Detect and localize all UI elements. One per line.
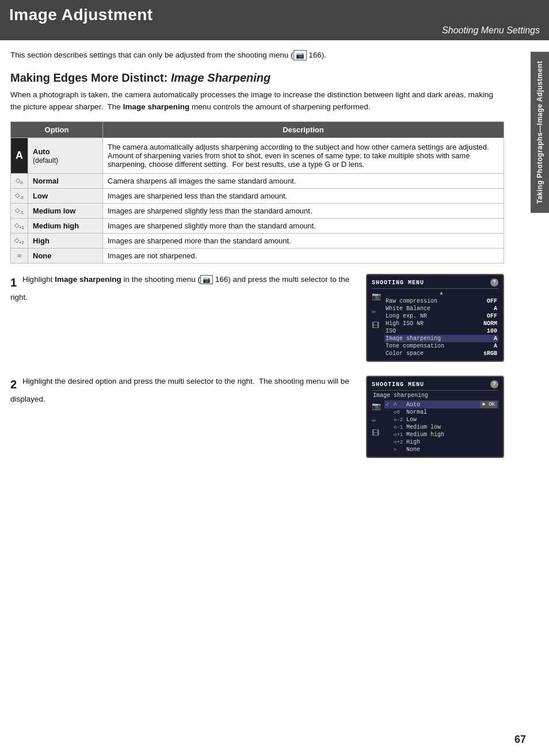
iso-label: ISO [386, 328, 396, 334]
camera-icon-2: 📷 [372, 402, 381, 411]
options-table: Option Description A Auto(default) The c… [10, 121, 504, 264]
wb-value: A [494, 306, 497, 312]
iso-value: 100 [487, 328, 497, 334]
label-low: Low [406, 417, 497, 423]
raw-label: Raw compression [386, 298, 437, 304]
step1-paragraph: 1 Highlight Image sharpening in the shoo… [10, 274, 354, 304]
menu-row-colorspace: Color space sRGB [384, 350, 498, 357]
menu-row-longexp: Long exp. NR OFF [384, 312, 498, 320]
medium-high-description: Images are sharpened slightly more than … [103, 219, 504, 234]
label-medhigh: Medium high [406, 432, 497, 438]
medium-high-option: Medium high [28, 219, 103, 234]
table-row: ◇+2 High Images are sharpened more than … [11, 234, 504, 249]
col-description-header: Description [103, 122, 504, 138]
section-heading: Making Edges More Distinct: Image Sharpe… [10, 71, 504, 85]
menu-row-imgsharp: Image sharpening A [384, 335, 498, 342]
icon-low: ◇-2 [394, 417, 404, 423]
imgsharp-label: Image sharpening [386, 335, 441, 342]
icon-medhigh: ◇+1 [394, 432, 404, 438]
table-row: A Auto(default) The camera automatically… [11, 138, 504, 174]
menu-arrow-up: ▲ [384, 291, 498, 296]
label-none: None [406, 446, 497, 453]
longexp-label: Long exp. NR [386, 313, 427, 319]
longexp-value: OFF [487, 313, 497, 319]
page-title: Image Adjustment [9, 6, 540, 24]
step1-text: 1 Highlight Image sharpening in the shoo… [10, 274, 354, 364]
menu-row-tonecomp: Tone compensation A [384, 342, 498, 350]
col-option-header: Option [11, 122, 103, 138]
normal-icon: ◇0 [11, 174, 28, 189]
table-row: ◇-2 Low Images are sharpened less than t… [11, 189, 504, 204]
film-icon: 🎞 [372, 322, 381, 330]
step1-section: 1 Highlight Image sharpening in the shoo… [10, 274, 504, 364]
table-row: ◇-1 Medium low Images are sharpened slig… [11, 204, 504, 219]
none-option: None [28, 249, 103, 264]
submenu-side-icons: 📷 ✏️ 🎞 [372, 400, 381, 438]
imgsharp-value: A [494, 335, 497, 342]
menu-title-bar-1: SHOOTING MENU ? [372, 278, 498, 289]
auto-description: The camera automatically adjusts sharpen… [103, 138, 504, 174]
menu-row-raw: Raw compression OFF [384, 297, 498, 305]
pencil-icon-2: ✏️ [372, 415, 381, 425]
high-option: High [28, 234, 103, 249]
step1-number: 1 [10, 276, 17, 289]
pencil-icon: ✏️ [372, 307, 381, 316]
submenu-row-high: ◇+2 High [384, 438, 498, 446]
submenu-row-medhigh: ◇+1 Medium high [384, 431, 498, 438]
normal-option: Normal [28, 174, 103, 189]
medium-low-option: Medium low [28, 204, 103, 219]
chapter-tab-text: Taking Photographs—Image Adjustment [536, 61, 544, 204]
main-content: This section describes settings that can… [0, 40, 529, 495]
raw-value: OFF [487, 298, 497, 304]
submenu-body: 📷 ✏️ 🎞 ✓ A Auto ► OK ◇0 [372, 400, 498, 453]
step2-section: 2 Highlight the desired option and press… [10, 376, 504, 460]
camera-icon: 📷 [372, 292, 381, 301]
menu-screenshot-2: SHOOTING MENU ? Image sharpening 📷 ✏️ 🎞 … [366, 376, 504, 458]
icon-none: ≈ [394, 447, 404, 453]
menu-side-icons: 📷 ✏️ 🎞 [372, 291, 381, 330]
wb-label: White Balance [386, 306, 430, 312]
step1-image: SHOOTING MENU ? 📷 ✏️ 🎞 ▲ Raw compression… [366, 274, 504, 364]
menu-title-1: SHOOTING MENU [372, 280, 424, 286]
menu-rows-1: ▲ Raw compression OFF White Balance A Lo… [384, 291, 498, 357]
label-medlow: Medium low [406, 424, 497, 430]
high-icon: ◇+2 [11, 234, 28, 249]
page-header: Image Adjustment Shooting Menu Settings [0, 0, 549, 40]
submenu-row-low: ◇-2 Low [384, 416, 498, 423]
label-high: High [406, 439, 497, 445]
icon-high: ◇+2 [394, 439, 404, 445]
table-row: ≈ None Images are not sharpened. [11, 249, 504, 264]
colorspace-value: sRGB [483, 350, 497, 357]
none-description: Images are not sharpened. [103, 249, 504, 264]
medium-low-description: Images are sharpened slightly less than … [103, 204, 504, 219]
tonecomp-label: Tone compensation [386, 343, 444, 349]
step2-image: SHOOTING MENU ? Image sharpening 📷 ✏️ 🎞 … [366, 376, 504, 460]
submenu-row-none: ≈ None [384, 446, 498, 453]
menu-row-iso: ISO 100 [384, 327, 498, 335]
menu-row-highiso: High ISO NR NORM [384, 320, 498, 327]
menu-body-1: 📷 ✏️ 🎞 ▲ Raw compression OFF White Balan… [372, 291, 498, 357]
medium-low-icon: ◇-1 [11, 204, 28, 219]
icon-medlow: ◇-1 [394, 424, 404, 430]
step2-number: 2 [10, 378, 17, 391]
low-icon: ◇-2 [11, 189, 28, 204]
none-icon: ≈ [11, 249, 28, 264]
menu-row-wb: White Balance A [384, 305, 498, 312]
highiso-label: High ISO NR [386, 320, 424, 327]
icon-normal: ◇0 [394, 409, 404, 415]
low-option: Low [28, 189, 103, 204]
submenu-subtitle: Image sharpening [372, 392, 498, 399]
chapter-tab: Taking Photographs—Image Adjustment [531, 52, 549, 213]
menu-screenshot-1: SHOOTING MENU ? 📷 ✏️ 🎞 ▲ Raw compression… [366, 274, 504, 362]
menu-title-bar-2: SHOOTING MENU ? [372, 380, 498, 391]
highiso-value: NORM [483, 320, 497, 327]
auto-icon: A [11, 138, 28, 174]
table-row: ◇+1 Medium high Images are sharpened sli… [11, 219, 504, 234]
normal-description: Camera sharpens all images the same stan… [103, 174, 504, 189]
page-subtitle: Shooting Menu Settings [9, 25, 540, 36]
help-icon: ? [490, 278, 498, 287]
colorspace-label: Color space [386, 350, 424, 357]
tonecomp-value: A [494, 343, 497, 349]
low-description: Images are sharpened less than the stand… [103, 189, 504, 204]
table-row: ◇0 Normal Camera sharpens all images the… [11, 174, 504, 189]
